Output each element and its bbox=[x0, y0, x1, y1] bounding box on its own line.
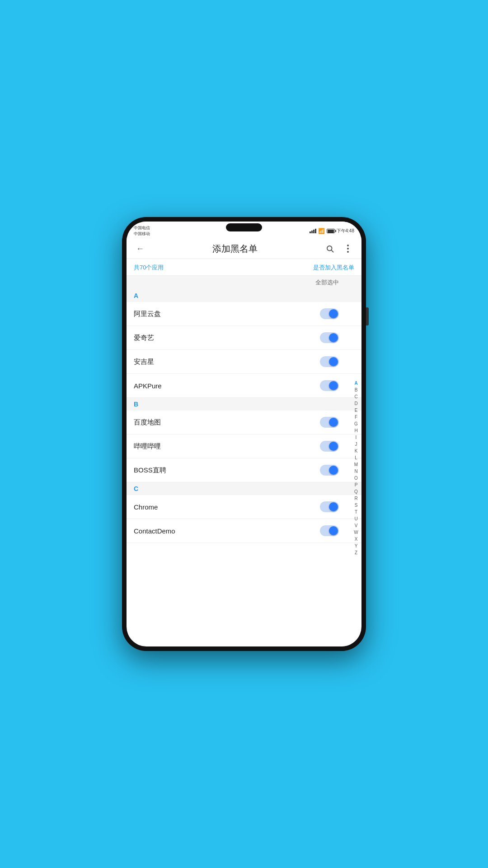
toggle-apkpure[interactable] bbox=[320, 380, 339, 391]
app-name: BOSS直聘 bbox=[134, 466, 166, 475]
toggle-anjixing[interactable] bbox=[320, 356, 339, 367]
time-display: 下午4:48 bbox=[337, 228, 354, 234]
search-button[interactable] bbox=[324, 242, 336, 255]
alpha-l[interactable]: L bbox=[352, 455, 360, 461]
alpha-e[interactable]: E bbox=[352, 407, 360, 413]
toggle-contactdemo[interactable] bbox=[320, 525, 339, 536]
alpha-a[interactable]: A bbox=[352, 380, 360, 386]
alpha-g[interactable]: G bbox=[352, 421, 360, 427]
carrier-info: 中国电信 中国移动 bbox=[134, 225, 150, 237]
more-button[interactable] bbox=[342, 242, 354, 255]
alpha-c[interactable]: C bbox=[352, 394, 360, 400]
app-name: 哔哩哔哩 bbox=[134, 442, 161, 451]
alpha-t[interactable]: T bbox=[352, 509, 360, 515]
list-item: APKPure bbox=[127, 374, 361, 398]
list-item: 百度地图 bbox=[127, 410, 361, 434]
alphabet-index[interactable]: A B C D E F G H I J K L M N O P Q R S T bbox=[352, 289, 360, 646]
phone-frame: 中国电信 中国移动 📶 下午4:48 ← 添加黑名单 bbox=[122, 217, 366, 651]
alpha-i[interactable]: I bbox=[352, 434, 360, 440]
alpha-q[interactable]: Q bbox=[352, 489, 360, 495]
svg-line-1 bbox=[331, 250, 333, 252]
list-item: 阿里云盘 bbox=[127, 302, 361, 326]
svg-point-4 bbox=[347, 251, 349, 253]
list-item: 哔哩哔哩 bbox=[127, 434, 361, 458]
app-name: 爱奇艺 bbox=[134, 334, 154, 342]
app-name: 安吉星 bbox=[134, 358, 154, 366]
toggle-baidumap[interactable] bbox=[320, 417, 339, 428]
svg-point-3 bbox=[347, 248, 349, 250]
notch bbox=[226, 223, 262, 231]
status-right: 📶 下午4:48 bbox=[310, 228, 354, 234]
app-name-contactdemo: ContactDemo bbox=[134, 527, 175, 535]
alpha-d[interactable]: D bbox=[352, 401, 360, 406]
alpha-s[interactable]: S bbox=[352, 502, 360, 508]
column-headers: 共70个应用 是否加入黑名单 bbox=[127, 259, 361, 276]
alpha-w[interactable]: W bbox=[352, 529, 360, 535]
alpha-h[interactable]: H bbox=[352, 428, 360, 434]
blacklist-label: 是否加入黑名单 bbox=[313, 264, 354, 272]
select-all-text: 全部选中 bbox=[315, 278, 339, 287]
alpha-z[interactable]: Z bbox=[352, 550, 360, 556]
alpha-n[interactable]: N bbox=[352, 468, 360, 474]
app-bar: ← 添加黑名单 bbox=[127, 239, 361, 259]
toggle-boss[interactable] bbox=[320, 465, 339, 476]
app-name-chrome: Chrome bbox=[134, 503, 158, 511]
alpha-v[interactable]: V bbox=[352, 523, 360, 528]
alpha-p[interactable]: P bbox=[352, 482, 360, 488]
svg-point-2 bbox=[347, 245, 349, 246]
select-all-row: 全部选中 bbox=[127, 276, 361, 289]
list-item: BOSS直聘 bbox=[127, 458, 361, 482]
alpha-m[interactable]: M bbox=[352, 462, 360, 467]
list-item: 安吉星 bbox=[127, 350, 361, 374]
alpha-y[interactable]: Y bbox=[352, 543, 360, 549]
battery-icon bbox=[327, 229, 335, 233]
page-title: 添加黑名单 bbox=[152, 243, 318, 255]
app-list[interactable]: A 阿里云盘 爱奇艺 安吉星 bbox=[127, 289, 361, 646]
toggle-iqiyi[interactable] bbox=[320, 332, 339, 343]
carrier2: 中国移动 bbox=[134, 231, 150, 237]
section-header-a: A bbox=[127, 289, 361, 302]
toggle-chrome[interactable] bbox=[320, 501, 339, 512]
alpha-b[interactable]: B bbox=[352, 387, 360, 393]
carrier1: 中国电信 bbox=[134, 225, 150, 231]
back-button[interactable]: ← bbox=[134, 242, 146, 255]
signal-icon bbox=[310, 229, 316, 233]
toggle-bilibili[interactable] bbox=[320, 441, 339, 452]
list-item: 爱奇艺 bbox=[127, 326, 361, 350]
app-name: 阿里云盘 bbox=[134, 310, 161, 318]
volume-button bbox=[366, 307, 369, 326]
alpha-x[interactable]: X bbox=[352, 536, 360, 542]
alpha-o[interactable]: O bbox=[352, 475, 360, 481]
app-count-label: 共70个应用 bbox=[134, 264, 164, 272]
alpha-j[interactable]: J bbox=[352, 441, 360, 447]
app-name: APKPure bbox=[134, 382, 162, 390]
wifi-icon: 📶 bbox=[318, 228, 325, 234]
section-header-b: B bbox=[127, 398, 361, 410]
app-name: 百度地图 bbox=[134, 418, 161, 427]
alpha-u[interactable]: U bbox=[352, 516, 360, 522]
phone-screen: 中国电信 中国移动 📶 下午4:48 ← 添加黑名单 bbox=[127, 222, 361, 646]
toggle-aliyunpan[interactable] bbox=[320, 308, 339, 319]
list-item: ContactDemo bbox=[127, 519, 361, 543]
section-header-c: C bbox=[127, 482, 361, 495]
alpha-r[interactable]: R bbox=[352, 495, 360, 501]
list-item: Chrome bbox=[127, 495, 361, 519]
alpha-k[interactable]: K bbox=[352, 448, 360, 454]
alpha-f[interactable]: F bbox=[352, 414, 360, 420]
